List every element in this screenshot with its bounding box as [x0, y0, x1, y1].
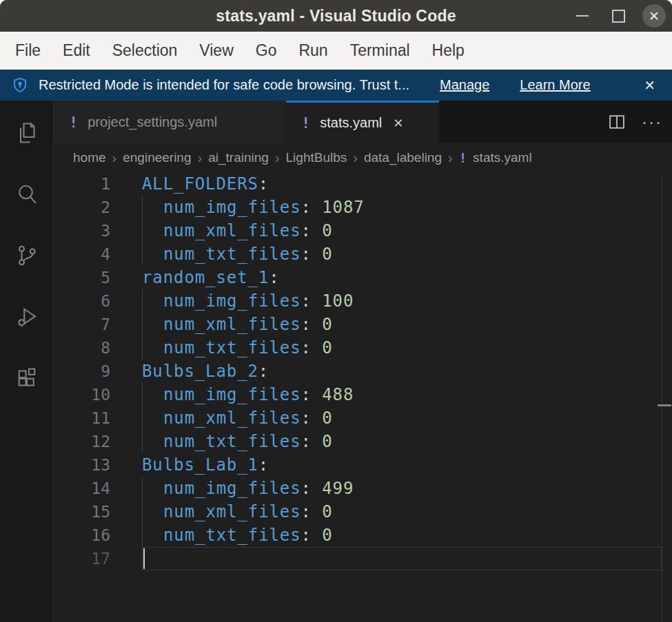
maximize-button[interactable] [600, 0, 636, 32]
token-key: Bulbs_Lab_1 [142, 455, 258, 475]
vscode-window: stats.yaml - Visual Studio Code ✕ FileEd… [0, 0, 672, 622]
menu-item-file[interactable]: File [4, 32, 52, 70]
yaml-file-icon: ! [301, 114, 310, 132]
token-punc: : [301, 291, 323, 311]
breadcrumb-item-ai_training[interactable]: ai_training [208, 150, 269, 165]
code-line-17[interactable]: 17 [54, 547, 672, 570]
line-number: 9 [54, 360, 110, 383]
line-content: num_txt_files: 0 [142, 523, 662, 547]
token-punc: : [258, 455, 269, 475]
more-actions-icon[interactable]: ··· [642, 114, 662, 130]
token-key: num_txt_files [163, 526, 301, 545]
menu-item-selection[interactable]: Selection [101, 32, 189, 70]
menu-item-run[interactable]: Run [287, 32, 338, 70]
line-number: 6 [54, 289, 110, 313]
token-key: num_xml_files [163, 221, 301, 240]
restricted-mode-banner: Restricted Mode is intended for safe cod… [0, 70, 672, 101]
split-editor-icon[interactable] [607, 112, 627, 132]
token-key: num_xml_files [163, 315, 301, 334]
maximize-icon [612, 10, 625, 23]
current-line [142, 547, 662, 570]
token-key: num_txt_files [163, 245, 301, 264]
line-content: Bulbs_Lab_2: [142, 360, 662, 383]
breadcrumb-file-label: stats.yaml [473, 150, 532, 165]
sidebar-item-run-debug[interactable] [0, 286, 54, 347]
token-num: 0 [322, 502, 332, 521]
token-punc: : [269, 268, 279, 287]
tab-label: stats.yaml [320, 115, 382, 131]
line-number: 16 [54, 523, 110, 547]
menu-item-go[interactable]: Go [245, 32, 288, 70]
code-line-9[interactable]: 9Bulbs_Lab_2: [54, 360, 672, 383]
breadcrumb-item-home[interactable]: home [73, 150, 106, 165]
sidebar-item-extensions[interactable] [0, 347, 54, 408]
token-key: num_img_files [163, 198, 301, 217]
token-num: 499 [322, 479, 354, 498]
chevron-right-icon: › [112, 150, 117, 166]
breadcrumb-item-LightBulbs[interactable]: LightBulbs [286, 150, 347, 165]
line-content: num_img_files: 100 [142, 289, 662, 313]
banner-close-button[interactable]: ✕ [638, 74, 661, 96]
code-line-6[interactable]: 6num_img_files: 100 [54, 289, 672, 313]
code-line-7[interactable]: 7num_xml_files: 0 [54, 313, 672, 336]
shield-icon [11, 76, 29, 94]
menu-item-help[interactable]: Help [421, 32, 476, 70]
tab-stats-yaml[interactable]: ! stats.yaml ✕ [286, 101, 439, 143]
tab-label: project_settings.yaml [88, 114, 217, 130]
menu-item-view[interactable]: View [188, 32, 244, 70]
overview-ruler-border [662, 172, 662, 622]
line-content: num_txt_files: 0 [142, 242, 662, 266]
code-line-1[interactable]: 1ALL_FOLDERS: [54, 172, 672, 196]
code-line-14[interactable]: 14num_img_files: 499 [54, 477, 672, 500]
code-line-8[interactable]: 8num_txt_files: 0 [54, 336, 672, 360]
menu-item-terminal[interactable]: Terminal [339, 32, 421, 70]
code-line-11[interactable]: 11num_xml_files: 0 [54, 406, 672, 430]
code-line-4[interactable]: 4num_txt_files: 0 [54, 242, 672, 266]
sidebar-item-search[interactable] [0, 163, 54, 225]
close-window-button[interactable]: ✕ [636, 0, 672, 32]
line-number: 13 [54, 453, 110, 477]
learn-more-link[interactable]: Learn More [520, 77, 590, 93]
line-content: Bulbs_Lab_1: [142, 453, 662, 477]
code-line-13[interactable]: 13Bulbs_Lab_1: [54, 453, 672, 477]
token-key: num_txt_files [163, 338, 301, 357]
activity-bar [0, 101, 54, 622]
line-content: num_txt_files: 0 [142, 336, 662, 360]
code-editor[interactable]: 1ALL_FOLDERS:2num_img_files: 10873num_xm… [54, 172, 672, 622]
editor-actions: ··· [607, 101, 672, 143]
tab-project-settings-yaml[interactable]: ! project_settings.yaml [54, 101, 286, 143]
overview-ruler-marker [658, 404, 671, 406]
menu-item-edit[interactable]: Edit [52, 32, 101, 70]
code-line-2[interactable]: 2num_img_files: 1087 [54, 196, 672, 219]
breadcrumb-item-engineering[interactable]: engineering [123, 150, 191, 165]
code-line-5[interactable]: 5random_set_1: [54, 266, 672, 289]
breadcrumb-item-data_labeling[interactable]: data_labeling [364, 150, 442, 165]
code-line-16[interactable]: 16num_txt_files: 0 [54, 523, 672, 547]
code-line-12[interactable]: 12num_txt_files: 0 [54, 430, 672, 453]
line-content: num_img_files: 499 [142, 477, 662, 500]
code-line-3[interactable]: 3num_xml_files: 0 [54, 219, 672, 242]
line-content: num_xml_files: 0 [142, 313, 662, 336]
token-num: 0 [322, 408, 332, 428]
token-punc: : [301, 338, 323, 357]
line-number: 7 [54, 313, 110, 336]
token-punc: : [301, 385, 323, 404]
tab-close-button[interactable]: ✕ [393, 116, 403, 131]
token-num: 0 [322, 432, 332, 451]
line-content: ALL_FOLDERS: [142, 172, 662, 196]
line-number: 2 [54, 196, 110, 219]
line-number: 17 [54, 547, 110, 570]
close-icon: ✕ [642, 4, 666, 28]
chevron-right-icon: › [448, 150, 453, 166]
code-line-10[interactable]: 10num_img_files: 488 [54, 383, 672, 406]
token-num: 100 [322, 291, 354, 311]
code-line-15[interactable]: 15num_xml_files: 0 [54, 500, 672, 523]
line-number: 3 [54, 219, 110, 242]
source-control-icon [14, 243, 39, 268]
minimize-button[interactable] [564, 0, 600, 32]
sidebar-item-source-control[interactable] [0, 225, 54, 286]
run-debug-icon [14, 304, 39, 329]
breadcrumb-item-file[interactable]: !stats.yaml [459, 150, 532, 165]
sidebar-item-explorer[interactable] [0, 102, 54, 163]
manage-link[interactable]: Manage [440, 77, 489, 93]
